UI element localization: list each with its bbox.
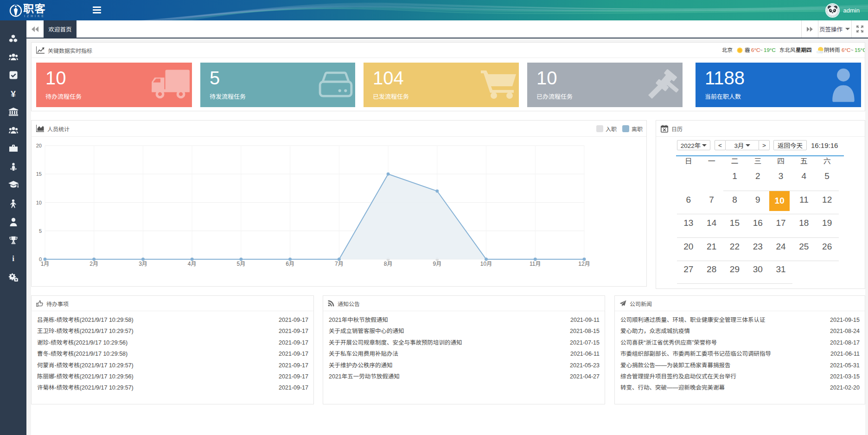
- svg-text:15: 15: [36, 171, 42, 177]
- svg-text:5: 5: [39, 228, 42, 234]
- svg-text:12月: 12月: [578, 261, 590, 267]
- svg-text:8月: 8月: [384, 261, 393, 267]
- svg-text:20: 20: [36, 143, 42, 148]
- svg-text:11月: 11月: [530, 261, 541, 267]
- svg-text:5月: 5月: [237, 261, 246, 267]
- svg-text:9月: 9月: [433, 261, 441, 267]
- svg-text:7月: 7月: [335, 261, 344, 267]
- svg-text:1月: 1月: [41, 261, 50, 267]
- svg-text:2月: 2月: [89, 261, 98, 267]
- svg-text:10: 10: [36, 200, 42, 205]
- svg-text:4月: 4月: [188, 261, 197, 267]
- svg-text:6月: 6月: [286, 261, 294, 267]
- svg-text:10月: 10月: [480, 261, 492, 267]
- svg-text:3月: 3月: [139, 261, 147, 267]
